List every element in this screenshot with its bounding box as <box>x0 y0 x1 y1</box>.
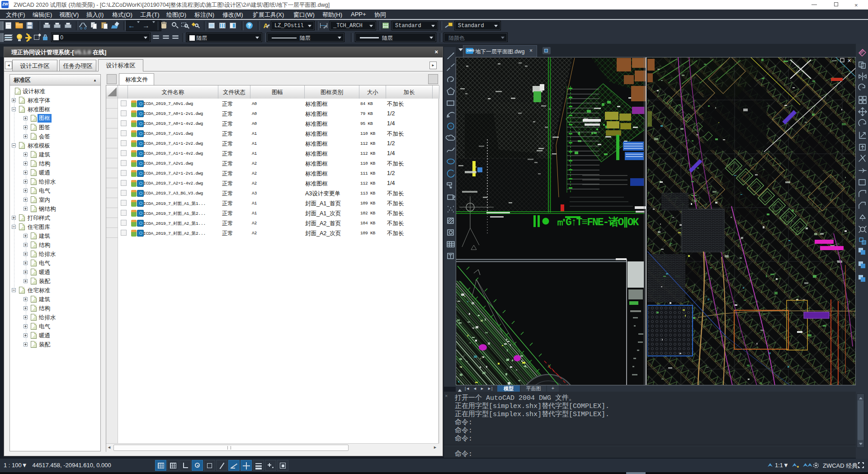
svg-text:㎡G↑T≡FNE-诸O∥OK: ㎡G↑T≡FNE-诸O∥OK <box>556 216 639 228</box>
svg-text:✕: ✕ <box>847 58 851 63</box>
svg-text:—: — <box>832 57 837 63</box>
